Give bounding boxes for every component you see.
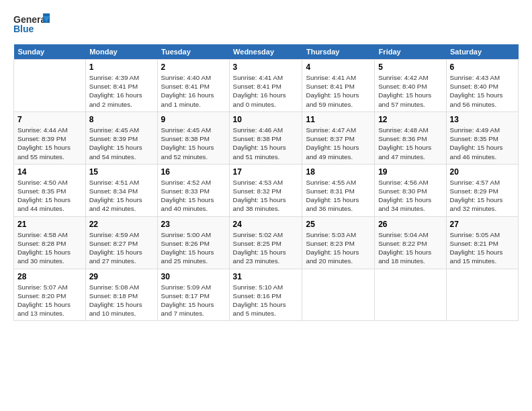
logo: General Blue [13, 11, 50, 40]
calendar-cell: 8Sunrise: 4:45 AMSunset: 8:39 PMDaylight… [85, 111, 157, 164]
calendar-cell: 2Sunrise: 4:40 AMSunset: 8:41 PMDaylight… [157, 60, 229, 112]
day-header-monday: Monday [85, 44, 157, 60]
cell-info: Sunrise: 5:09 AMSunset: 8:17 PMDaylight:… [161, 283, 226, 318]
cell-date: 29 [89, 272, 154, 281]
calendar-cell: 10Sunrise: 4:46 AMSunset: 8:38 PMDayligh… [229, 111, 302, 164]
cell-info: Sunrise: 4:45 AMSunset: 8:39 PMDaylight:… [89, 126, 154, 161]
day-header-saturday: Saturday [446, 44, 518, 60]
cell-info: Sunrise: 4:43 AMSunset: 8:40 PMDaylight:… [450, 73, 515, 109]
cell-date: 6 [450, 62, 515, 72]
cell-date: 25 [306, 220, 371, 229]
calendar-cell: 24Sunrise: 5:02 AMSunset: 8:25 PMDayligh… [229, 216, 302, 269]
calendar-cell: 27Sunrise: 5:05 AMSunset: 8:21 PMDayligh… [446, 216, 518, 269]
cell-date: 31 [233, 272, 299, 281]
week-row-4: 21Sunrise: 4:58 AMSunset: 8:28 PMDayligh… [14, 216, 519, 269]
calendar-cell: 29Sunrise: 5:08 AMSunset: 8:18 PMDayligh… [85, 269, 157, 321]
cell-date: 28 [17, 272, 82, 281]
cell-date: 15 [89, 167, 154, 177]
week-row-1: 1Sunrise: 4:39 AMSunset: 8:41 PMDaylight… [14, 60, 519, 112]
cell-info: Sunrise: 5:03 AMSunset: 8:23 PMDaylight:… [306, 230, 371, 266]
cell-date: 20 [450, 167, 515, 177]
calendar-cell: 25Sunrise: 5:03 AMSunset: 8:23 PMDayligh… [302, 216, 375, 269]
calendar-cell: 21Sunrise: 4:58 AMSunset: 8:28 PMDayligh… [14, 216, 86, 269]
calendar-cell: 18Sunrise: 4:55 AMSunset: 8:31 PMDayligh… [302, 164, 375, 216]
calendar-cell: 7Sunrise: 4:44 AMSunset: 8:39 PMDaylight… [14, 111, 86, 164]
calendar-cell: 13Sunrise: 4:49 AMSunset: 8:35 PMDayligh… [446, 111, 518, 164]
cell-date: 1 [89, 62, 154, 72]
cell-info: Sunrise: 4:53 AMSunset: 8:32 PMDaylight:… [233, 178, 299, 214]
cell-info: Sunrise: 4:47 AMSunset: 8:37 PMDaylight:… [306, 126, 371, 161]
cell-date: 27 [450, 220, 515, 229]
day-header-friday: Friday [375, 44, 446, 60]
calendar-cell: 6Sunrise: 4:43 AMSunset: 8:40 PMDaylight… [446, 60, 518, 112]
calendar-cell: 3Sunrise: 4:41 AMSunset: 8:41 PMDaylight… [229, 60, 302, 112]
week-row-3: 14Sunrise: 4:50 AMSunset: 8:35 PMDayligh… [14, 164, 519, 216]
calendar-cell: 30Sunrise: 5:09 AMSunset: 8:17 PMDayligh… [157, 269, 229, 321]
cell-info: Sunrise: 4:41 AMSunset: 8:41 PMDaylight:… [306, 73, 371, 109]
cell-date: 14 [17, 167, 82, 177]
cell-date: 30 [161, 272, 226, 281]
calendar-cell: 16Sunrise: 4:52 AMSunset: 8:33 PMDayligh… [157, 164, 229, 216]
calendar-cell: 5Sunrise: 4:42 AMSunset: 8:40 PMDaylight… [375, 60, 446, 112]
calendar-cell: 19Sunrise: 4:56 AMSunset: 8:30 PMDayligh… [375, 164, 446, 216]
cell-date: 18 [306, 167, 371, 177]
cell-info: Sunrise: 5:02 AMSunset: 8:25 PMDaylight:… [233, 230, 299, 266]
cell-info: Sunrise: 5:07 AMSunset: 8:20 PMDaylight:… [17, 283, 82, 318]
cell-date: 23 [161, 220, 226, 229]
logo-image: General Blue [13, 11, 50, 40]
calendar-cell: 31Sunrise: 5:10 AMSunset: 8:16 PMDayligh… [229, 269, 302, 321]
cell-info: Sunrise: 4:42 AMSunset: 8:40 PMDaylight:… [378, 73, 442, 109]
cell-date: 12 [378, 115, 442, 124]
cell-info: Sunrise: 5:05 AMSunset: 8:21 PMDaylight:… [450, 230, 515, 266]
cell-info: Sunrise: 4:56 AMSunset: 8:30 PMDaylight:… [378, 178, 442, 214]
cell-info: Sunrise: 5:04 AMSunset: 8:22 PMDaylight:… [378, 230, 442, 266]
cell-date: 17 [233, 167, 299, 177]
cell-date: 8 [89, 115, 154, 124]
day-header-sunday: Sunday [14, 44, 86, 60]
calendar-cell: 11Sunrise: 4:47 AMSunset: 8:37 PMDayligh… [302, 111, 375, 164]
cell-date: 9 [161, 115, 226, 124]
calendar-cell: 4Sunrise: 4:41 AMSunset: 8:41 PMDaylight… [302, 60, 375, 112]
cell-info: Sunrise: 4:46 AMSunset: 8:38 PMDaylight:… [233, 126, 299, 161]
cell-info: Sunrise: 4:50 AMSunset: 8:35 PMDaylight:… [17, 178, 82, 214]
calendar-cell [302, 269, 375, 321]
cell-info: Sunrise: 4:45 AMSunset: 8:38 PMDaylight:… [161, 126, 226, 161]
calendar-cell: 9Sunrise: 4:45 AMSunset: 8:38 PMDaylight… [157, 111, 229, 164]
calendar-cell [446, 269, 518, 321]
day-header-wednesday: Wednesday [229, 44, 302, 60]
cell-date: 5 [378, 62, 442, 72]
cell-date: 10 [233, 115, 299, 124]
cell-date: 16 [161, 167, 226, 177]
calendar-cell: 28Sunrise: 5:07 AMSunset: 8:20 PMDayligh… [14, 269, 86, 321]
cell-date: 11 [306, 115, 371, 124]
cell-info: Sunrise: 4:58 AMSunset: 8:28 PMDaylight:… [17, 230, 82, 266]
calendar-cell: 15Sunrise: 4:51 AMSunset: 8:34 PMDayligh… [85, 164, 157, 216]
calendar-container: General Blue SundayMondayTuesdayWednesda… [0, 0, 532, 328]
week-row-2: 7Sunrise: 4:44 AMSunset: 8:39 PMDaylight… [14, 111, 519, 164]
cell-info: Sunrise: 4:39 AMSunset: 8:41 PMDaylight:… [89, 73, 154, 109]
cell-date: 19 [378, 167, 442, 177]
header-row: SundayMondayTuesdayWednesdayThursdayFrid… [14, 44, 519, 60]
cell-info: Sunrise: 4:59 AMSunset: 8:27 PMDaylight:… [89, 230, 154, 266]
calendar-cell: 20Sunrise: 4:57 AMSunset: 8:29 PMDayligh… [446, 164, 518, 216]
cell-info: Sunrise: 5:10 AMSunset: 8:16 PMDaylight:… [233, 283, 299, 318]
cell-info: Sunrise: 4:44 AMSunset: 8:39 PMDaylight:… [17, 126, 82, 161]
calendar-cell: 12Sunrise: 4:48 AMSunset: 8:36 PMDayligh… [375, 111, 446, 164]
cell-info: Sunrise: 4:48 AMSunset: 8:36 PMDaylight:… [378, 126, 442, 161]
calendar-cell: 23Sunrise: 5:00 AMSunset: 8:26 PMDayligh… [157, 216, 229, 269]
day-header-tuesday: Tuesday [157, 44, 229, 60]
cell-date: 24 [233, 220, 299, 229]
svg-text:Blue: Blue [13, 24, 34, 34]
week-row-5: 28Sunrise: 5:07 AMSunset: 8:20 PMDayligh… [14, 269, 519, 321]
cell-date: 4 [306, 62, 371, 72]
calendar-cell: 14Sunrise: 4:50 AMSunset: 8:35 PMDayligh… [14, 164, 86, 216]
cell-info: Sunrise: 4:57 AMSunset: 8:29 PMDaylight:… [450, 178, 515, 214]
calendar-cell [14, 60, 86, 112]
cell-info: Sunrise: 4:49 AMSunset: 8:35 PMDaylight:… [450, 126, 515, 161]
cell-date: 7 [17, 115, 82, 124]
calendar-table: SundayMondayTuesdayWednesdayThursdayFrid… [13, 44, 519, 321]
day-header-thursday: Thursday [302, 44, 375, 60]
cell-info: Sunrise: 4:52 AMSunset: 8:33 PMDaylight:… [161, 178, 226, 214]
calendar-cell: 17Sunrise: 4:53 AMSunset: 8:32 PMDayligh… [229, 164, 302, 216]
cell-date: 13 [450, 115, 515, 124]
